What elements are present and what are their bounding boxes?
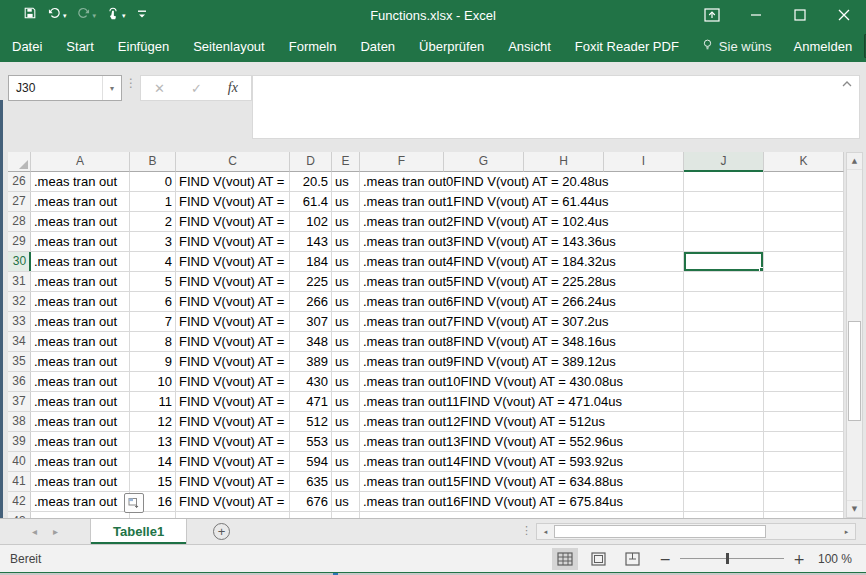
cell[interactable]: 225 <box>290 272 332 291</box>
cell[interactable]: us <box>332 412 360 431</box>
previous-sheet-icon[interactable]: ◂ <box>32 526 37 537</box>
cell[interactable]: 20.5 <box>290 172 332 191</box>
cell[interactable] <box>764 412 844 431</box>
column-header-B[interactable]: B <box>130 152 176 172</box>
cell[interactable]: .meas tran out13FIND V(vout) AT = 552.96… <box>360 432 684 451</box>
row-header-40[interactable]: 40 <box>8 452 31 471</box>
customize-qat-button[interactable] <box>133 4 151 26</box>
row-header-30[interactable]: 30 <box>8 252 31 271</box>
cell[interactable]: 512 <box>290 412 332 431</box>
row-header-28[interactable]: 28 <box>8 212 31 231</box>
row-header-36[interactable]: 36 <box>8 372 31 391</box>
cell[interactable]: .meas tran out5FIND V(vout) AT = 225.28u… <box>360 272 684 291</box>
cell[interactable]: FIND V(vout) AT = <box>176 452 290 471</box>
cell[interactable]: .meas tran out <box>31 292 130 311</box>
cell[interactable]: 8 <box>130 332 176 351</box>
cell[interactable]: .meas tran out <box>31 272 130 291</box>
column-header-I[interactable]: I <box>604 152 684 172</box>
next-sheet-icon[interactable]: ▸ <box>53 526 58 537</box>
cell[interactable]: 9 <box>130 352 176 371</box>
column-header-A[interactable]: A <box>31 152 130 172</box>
cell[interactable] <box>764 492 844 511</box>
cell[interactable]: FIND V(vout) AT = <box>176 172 290 191</box>
ribbon-tab-ansicht[interactable]: Ansicht <box>496 30 563 62</box>
cell[interactable]: .meas tran out <box>31 332 130 351</box>
zoom-in-button[interactable]: + <box>793 551 805 567</box>
scroll-left-icon[interactable]: ◂ <box>537 524 554 539</box>
cell[interactable]: .meas tran out <box>31 392 130 411</box>
cell[interactable]: FIND V(vout) AT = <box>176 372 290 391</box>
cell[interactable] <box>684 192 764 211</box>
column-header-C[interactable]: C <box>176 152 290 172</box>
page-break-preview-button[interactable] <box>620 548 646 570</box>
cell[interactable]: 635 <box>290 472 332 491</box>
normal-view-button[interactable] <box>552 548 578 570</box>
sheet-tab-tabelle1[interactable]: Tabelle1 <box>90 519 187 544</box>
cell[interactable] <box>684 212 764 231</box>
cell[interactable]: FIND V(vout) AT = <box>176 392 290 411</box>
vertical-scrollbar[interactable]: ▲ ▼ <box>846 152 863 518</box>
cell[interactable]: us <box>332 192 360 211</box>
row-header-41[interactable]: 41 <box>8 472 31 491</box>
cell[interactable]: .meas tran out <box>31 492 130 511</box>
name-box[interactable]: J30 ▾ <box>8 75 122 101</box>
new-sheet-button[interactable]: + <box>213 523 230 540</box>
cell[interactable]: 3 <box>130 232 176 251</box>
cell[interactable]: us <box>332 392 360 411</box>
cell[interactable]: .meas tran out2FIND V(vout) AT = 102.4us <box>360 212 684 231</box>
sign-in-button[interactable]: Anmelden <box>782 39 865 54</box>
ribbon-tab-seitenlayout[interactable]: Seitenlayout <box>181 30 277 62</box>
cell[interactable]: us <box>332 232 360 251</box>
cell[interactable]: FIND V(vout) AT = <box>176 292 290 311</box>
cell[interactable]: .meas tran out7FIND V(vout) AT = 307.2us <box>360 312 684 331</box>
cell[interactable]: .meas tran out <box>31 472 130 491</box>
zoom-slider[interactable] <box>680 558 784 559</box>
cell[interactable]: us <box>332 352 360 371</box>
cell[interactable]: 11 <box>130 392 176 411</box>
cell[interactable]: .meas tran out15FIND V(vout) AT = 634.88… <box>360 472 684 491</box>
cell[interactable]: .meas tran out0FIND V(vout) AT = 20.48us <box>360 172 684 191</box>
cell[interactable]: FIND V(vout) AT = <box>176 232 290 251</box>
ribbon-tab--berpr-fen[interactable]: Überprüfen <box>407 30 496 62</box>
chevron-down-icon[interactable]: ▾ <box>122 12 126 19</box>
cell[interactable]: .meas tran out <box>31 372 130 391</box>
close-button[interactable] <box>822 0 866 30</box>
cell[interactable]: .meas tran out <box>31 252 130 271</box>
column-header-G[interactable]: G <box>444 152 524 172</box>
cell[interactable] <box>764 192 844 211</box>
cell[interactable]: us <box>332 292 360 311</box>
cell[interactable] <box>684 392 764 411</box>
ribbon-tab-einf-gen[interactable]: Einfügen <box>106 30 181 62</box>
row-header-33[interactable]: 33 <box>8 312 31 331</box>
cell[interactable] <box>684 272 764 291</box>
cell[interactable]: .meas tran out <box>31 172 130 191</box>
column-header-K[interactable]: K <box>764 152 844 172</box>
cell[interactable] <box>764 292 844 311</box>
row-header-37[interactable]: 37 <box>8 392 31 411</box>
cell[interactable]: 15 <box>130 472 176 491</box>
cell[interactable]: FIND V(vout) AT = <box>176 492 290 511</box>
cell[interactable]: .meas tran out16FIND V(vout) AT = 675.84… <box>360 492 684 511</box>
cell[interactable]: 594 <box>290 452 332 471</box>
cell[interactable]: 4 <box>130 252 176 271</box>
cell[interactable]: 143 <box>290 232 332 251</box>
cell[interactable]: FIND V(vout) AT = <box>176 432 290 451</box>
cell[interactable] <box>764 472 844 491</box>
chevron-down-icon[interactable]: ▾ <box>63 12 67 19</box>
cell[interactable]: .meas tran out <box>31 412 130 431</box>
cell[interactable] <box>764 272 844 291</box>
column-header-E[interactable]: E <box>332 152 360 172</box>
minimize-button[interactable] <box>734 0 778 30</box>
cell[interactable]: .meas tran out4FIND V(vout) AT = 184.32u… <box>360 252 684 271</box>
cell[interactable] <box>684 312 764 331</box>
row-header-42[interactable]: 42 <box>8 492 31 511</box>
auto-fill-options-button[interactable] <box>124 493 144 513</box>
cell[interactable] <box>764 372 844 391</box>
scroll-up-icon[interactable]: ▲ <box>847 153 862 170</box>
cell[interactable]: 553 <box>290 432 332 451</box>
cell[interactable]: .meas tran out6FIND V(vout) AT = 266.24u… <box>360 292 684 311</box>
touch-mode-button[interactable]: ▾ <box>103 4 129 26</box>
ribbon-tab-daten[interactable]: Daten <box>348 30 407 62</box>
cell[interactable] <box>764 432 844 451</box>
cell[interactable]: .meas tran out8FIND V(vout) AT = 348.16u… <box>360 332 684 351</box>
